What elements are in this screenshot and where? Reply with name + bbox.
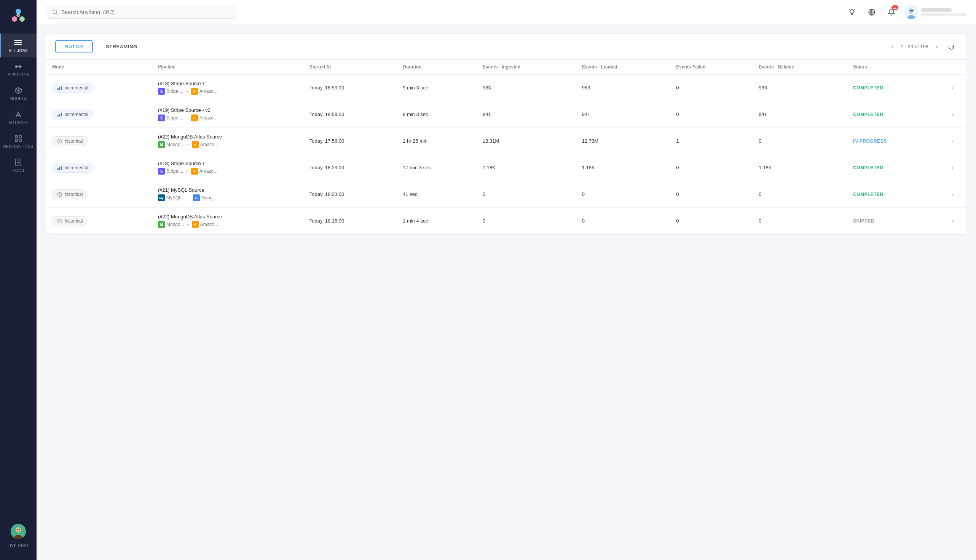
stripe-source-icon: S bbox=[158, 88, 165, 95]
pipeline-name-3: (#18) Stripe Source 1 bbox=[158, 160, 297, 166]
mode-badge-3: incremental bbox=[52, 163, 93, 173]
tab-batch[interactable]: BATCH bbox=[55, 40, 93, 53]
cell-nav-3[interactable]: › bbox=[938, 155, 966, 181]
svg-rect-45 bbox=[61, 86, 62, 90]
jobs-panel: BATCH STREAMING ‹ 1 - 20 of 158 › bbox=[46, 33, 967, 235]
sidebar-item-models[interactable]: MODELS bbox=[0, 82, 37, 105]
notifications-button[interactable]: 11 bbox=[885, 5, 898, 19]
pipeline-cell-0: (#18) Stripe Source 1 S Stripe ... → A A… bbox=[158, 81, 297, 95]
search-input[interactable] bbox=[61, 9, 230, 15]
row-nav-arrow-1[interactable]: › bbox=[944, 111, 960, 118]
cell-started-5: Today, 18:16:00 bbox=[304, 208, 397, 234]
cell-nav-5[interactable]: › bbox=[938, 208, 966, 234]
pipeline-route-5: M Mongo... → A Amazo... bbox=[158, 221, 297, 228]
col-status: Status bbox=[847, 60, 938, 75]
status-badge-4: COMPLETED bbox=[853, 192, 884, 197]
arrow-icon-5: → bbox=[186, 222, 190, 227]
pipeline-cell-4: (#21) MySQL Source My MySQL... → G Googl… bbox=[158, 187, 297, 201]
cell-status-3: COMPLETED bbox=[847, 155, 938, 181]
amazon-dest-icon: A bbox=[191, 115, 198, 122]
table-row[interactable]: incremental (#19) Stripe Source - v2 S S… bbox=[46, 101, 966, 128]
arrow-icon-0: → bbox=[185, 88, 190, 94]
svg-rect-6 bbox=[15, 44, 22, 45]
cell-pipeline-1: (#19) Stripe Source - v2 S Stripe ... → … bbox=[152, 101, 304, 128]
row-nav-arrow-2[interactable]: › bbox=[944, 138, 960, 145]
stripe-source-icon: S bbox=[158, 168, 165, 175]
pipeline-cell-2: (#22) MongoDB Atlas Source M Mongo... → … bbox=[158, 134, 297, 148]
row-nav-arrow-4[interactable]: › bbox=[944, 191, 960, 198]
svg-rect-43 bbox=[57, 88, 58, 90]
cell-pipeline-3: (#18) Stripe Source 1 S Stripe ... → A A… bbox=[152, 155, 304, 181]
sidebar-label-activate: ACTIVATE bbox=[8, 121, 28, 125]
cell-pipeline-0: (#18) Stripe Source 1 S Stripe ... → A A… bbox=[152, 75, 304, 101]
cell-nav-2[interactable]: › bbox=[938, 128, 966, 155]
destinations-icon bbox=[14, 134, 23, 143]
cell-billable-4: 0 bbox=[752, 181, 847, 208]
row-nav-arrow-0[interactable]: › bbox=[944, 85, 960, 91]
cell-loaded-2: 12.73M bbox=[576, 128, 670, 155]
sidebar-label-pipelines: PIPELINES bbox=[8, 73, 29, 77]
col-started-at: Started At bbox=[304, 60, 397, 75]
svg-point-7 bbox=[15, 40, 16, 41]
search-bar[interactable] bbox=[46, 6, 236, 18]
mongo-source-icon: M bbox=[158, 221, 165, 228]
tab-streaming[interactable]: STREAMING bbox=[96, 40, 147, 53]
cell-loaded-5: 0 bbox=[576, 208, 670, 234]
pipeline-cell-3: (#18) Stripe Source 1 S Stripe ... → A A… bbox=[158, 160, 297, 175]
pipeline-name-0: (#18) Stripe Source 1 bbox=[158, 81, 297, 87]
svg-rect-44 bbox=[59, 87, 60, 90]
mode-label-3: incremental bbox=[65, 165, 88, 170]
cell-nav-0[interactable]: › bbox=[938, 75, 966, 101]
user-menu[interactable] bbox=[904, 5, 967, 19]
table-row[interactable]: incremental (#18) Stripe Source 1 S Stri… bbox=[46, 75, 966, 101]
mode-label-5: historical bbox=[65, 218, 83, 224]
sidebar-item-pipelines[interactable]: PIPELINES bbox=[0, 57, 37, 82]
cell-loaded-3: 1.18K bbox=[576, 155, 670, 181]
dest-label-4: Googl... bbox=[201, 195, 217, 200]
stripe-source-icon: S bbox=[158, 115, 165, 122]
models-icon bbox=[14, 86, 23, 95]
mongo-source-icon: M bbox=[158, 141, 165, 148]
cell-nav-4[interactable]: › bbox=[938, 181, 966, 208]
status-badge-5: SKIPPED bbox=[853, 218, 874, 224]
source-label-2: Mongo... bbox=[166, 142, 184, 147]
col-duration: Duration bbox=[397, 60, 477, 75]
table-row[interactable]: incremental (#18) Stripe Source 1 S Stri… bbox=[46, 155, 966, 181]
svg-line-30 bbox=[854, 10, 854, 10]
col-events-ingested: Events - Ingested bbox=[477, 60, 576, 75]
live-chat-avatar[interactable] bbox=[11, 524, 26, 539]
mode-label-1: incremental bbox=[65, 112, 88, 117]
sidebar-item-activate[interactable]: ACTIVATE bbox=[0, 105, 37, 129]
table-row[interactable]: historical (#22) MongoDB Atlas Source M … bbox=[46, 128, 966, 155]
status-badge-2: IN PROGRESS bbox=[853, 138, 887, 144]
jobs-table-wrapper: Mode Pipeline Started At Duration Events… bbox=[46, 60, 966, 234]
dest-label-1: Amazo... bbox=[199, 115, 217, 121]
svg-point-27 bbox=[850, 10, 854, 13]
cell-loaded-0: 983 bbox=[576, 75, 670, 101]
cell-nav-1[interactable]: › bbox=[938, 101, 966, 128]
table-row[interactable]: historical (#22) MongoDB Atlas Source M … bbox=[46, 208, 966, 234]
svg-rect-52 bbox=[61, 166, 62, 170]
arrow-icon-1: → bbox=[185, 115, 190, 121]
cell-billable-2: 0 bbox=[752, 128, 847, 155]
sidebar-label-all-jobs: ALL JOBS bbox=[9, 49, 28, 53]
refresh-button[interactable] bbox=[945, 41, 958, 53]
table-row[interactable]: historical (#21) MySQL Source My MySQL..… bbox=[46, 181, 966, 208]
app-logo[interactable] bbox=[9, 6, 27, 24]
sidebar-item-all-jobs[interactable]: ALL JOBS bbox=[0, 33, 37, 57]
settings-button[interactable] bbox=[865, 5, 879, 19]
google-dest-icon: G bbox=[193, 194, 200, 201]
sidebar-item-docs[interactable]: DOCS bbox=[0, 153, 37, 177]
cell-duration-5: 1 min 4 sec bbox=[397, 208, 477, 234]
lightbulb-button[interactable] bbox=[845, 5, 859, 19]
amazon-dest-icon: A bbox=[192, 141, 199, 148]
pagination-prev[interactable]: ‹ bbox=[887, 42, 898, 52]
pagination-next[interactable]: › bbox=[931, 42, 942, 52]
sidebar-item-destinations[interactable]: DESTINATIONS bbox=[0, 129, 37, 153]
user-email bbox=[921, 13, 967, 17]
row-nav-arrow-3[interactable]: › bbox=[944, 164, 960, 171]
user-avatar bbox=[904, 5, 918, 19]
cell-duration-3: 17 min 3 sec bbox=[397, 155, 477, 181]
cell-mode-4: historical bbox=[46, 181, 152, 208]
row-nav-arrow-5[interactable]: › bbox=[944, 218, 960, 225]
